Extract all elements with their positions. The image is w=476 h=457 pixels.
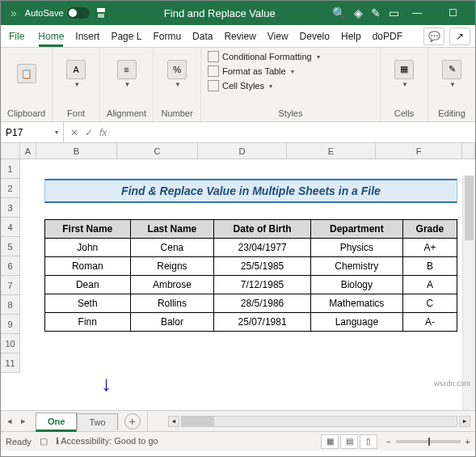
tab-view[interactable]: View [262, 25, 294, 47]
th-grade[interactable]: Grade [402, 220, 457, 239]
col-d[interactable]: D [198, 143, 287, 159]
font-button[interactable]: A▼ [59, 51, 93, 96]
nav-prev-icon[interactable]: » [6, 6, 22, 19]
cell[interactable]: 23/04/1977 [214, 239, 311, 257]
zoom-in-button[interactable]: + [465, 437, 470, 446]
col-a[interactable]: A [20, 143, 36, 159]
minimize-button[interactable]: — [399, 1, 435, 25]
row-1[interactable]: 1 [1, 159, 20, 179]
grid-cells[interactable]: Find & Replace Value in Multiple Sheets … [20, 159, 475, 410]
cell[interactable]: Balor [130, 313, 214, 332]
cell[interactable]: B [402, 257, 457, 276]
number-button[interactable]: %▼ [160, 51, 194, 96]
cell[interactable]: C [402, 294, 457, 313]
cell[interactable]: A- [402, 313, 457, 332]
fx-icon[interactable]: fx [99, 127, 107, 138]
row-11[interactable]: 11 [1, 353, 20, 373]
cell[interactable]: Biology [310, 276, 402, 294]
cell[interactable]: Dean [45, 276, 131, 294]
row-8[interactable]: 8 [1, 295, 20, 315]
tab-developer[interactable]: Develo [294, 25, 335, 47]
row-3[interactable]: 3 [1, 198, 20, 218]
cell[interactable]: Chemistry [310, 257, 402, 276]
search-icon[interactable]: 🔍 [332, 6, 346, 19]
tab-help[interactable]: Help [335, 25, 367, 47]
cell-styles-button[interactable]: Cell Styles▾ [208, 80, 373, 91]
cell[interactable]: Physics [310, 239, 402, 257]
sheet-tab-two[interactable]: Two [77, 413, 117, 430]
cancel-icon[interactable]: ✕ [70, 127, 78, 138]
file-tab[interactable]: File [1, 25, 32, 47]
cell[interactable]: Seth [45, 294, 131, 313]
col-e[interactable]: E [287, 143, 376, 159]
save-icon[interactable] [95, 6, 107, 19]
chevron-down-icon[interactable]: ▾ [55, 129, 58, 136]
tab-insert[interactable]: Insert [70, 25, 105, 47]
diamond-icon[interactable]: ◈ [354, 6, 363, 19]
toggle-off-icon[interactable] [67, 7, 90, 19]
enter-icon[interactable]: ✓ [85, 127, 93, 138]
row-10[interactable]: 10 [1, 334, 20, 353]
row-2[interactable]: 2 [1, 179, 20, 198]
tab-data[interactable]: Data [187, 25, 218, 47]
cell[interactable]: John [45, 239, 131, 257]
zoom-out-button[interactable]: − [385, 437, 390, 446]
view-layout-button[interactable]: ▤ [340, 434, 358, 449]
graphics-icon[interactable]: ✎ [371, 6, 381, 19]
tab-page-layout[interactable]: Page L [105, 25, 147, 47]
tab-formulas[interactable]: Formu [147, 25, 187, 47]
cell[interactable]: Ambrose [130, 276, 214, 294]
new-sheet-button[interactable]: + [124, 413, 141, 429]
comments-button[interactable]: 💬 [423, 28, 444, 45]
format-as-table-button[interactable]: Format as Table▾ [208, 66, 373, 77]
zoom-slider[interactable] [396, 440, 461, 443]
cell[interactable]: Roman [45, 257, 131, 276]
row-5[interactable]: 5 [1, 237, 20, 256]
select-all-corner[interactable] [1, 143, 20, 159]
col-f[interactable]: F [376, 143, 462, 159]
editing-button[interactable]: ✎▼ [435, 51, 469, 96]
cell[interactable]: 25/07/1981 [214, 313, 311, 332]
cell[interactable]: 28/5/1986 [214, 294, 311, 313]
vertical-scrollbar[interactable] [462, 176, 475, 410]
tab-nav-buttons[interactable]: ◂ ▸ [1, 416, 36, 426]
th-dob[interactable]: Date of Birth [214, 220, 311, 239]
tab-home[interactable]: Home [32, 25, 70, 47]
row-9[interactable]: 9 [1, 315, 20, 334]
scroll-thumb[interactable] [465, 176, 474, 240]
th-lastname[interactable]: Last Name [130, 220, 214, 239]
cell[interactable]: Finn [45, 313, 131, 332]
cell[interactable]: Reigns [130, 257, 214, 276]
cell[interactable]: Rollins [130, 294, 214, 313]
row-4[interactable]: 4 [1, 218, 20, 237]
cell[interactable]: Language [310, 313, 402, 332]
maximize-button[interactable]: ☐ [435, 1, 470, 25]
share-button[interactable]: ↗ [449, 28, 470, 45]
scroll-left-icon[interactable]: ◂ [168, 416, 179, 427]
col-c[interactable]: C [117, 143, 198, 159]
cell[interactable]: 7/12/1985 [214, 276, 311, 294]
row-7[interactable]: 7 [1, 276, 20, 295]
cell[interactable]: A [402, 276, 457, 294]
th-firstname[interactable]: First Name [45, 220, 131, 239]
macro-record-icon[interactable]: ▢ [40, 436, 48, 446]
scroll-right-icon[interactable]: ▸ [459, 416, 470, 427]
cell[interactable]: 25/5/1985 [214, 257, 311, 276]
scroll-track[interactable] [181, 416, 457, 427]
th-dept[interactable]: Department [310, 220, 402, 239]
zoom-control[interactable]: − + [385, 437, 470, 446]
autosave-toggle[interactable]: AutoSave [25, 7, 90, 19]
row-6[interactable]: 6 [1, 256, 20, 276]
name-box[interactable]: P17▾ [1, 122, 64, 142]
conditional-formatting-button[interactable]: Conditional Formatting▾ [208, 51, 373, 62]
view-normal-button[interactable]: ▦ [321, 434, 339, 449]
paste-button[interactable]: 📋 [10, 51, 44, 96]
cell[interactable]: Cena [130, 239, 214, 257]
horizontal-scrollbar[interactable]: ◂ ▸ [163, 416, 475, 427]
view-break-button[interactable]: ▯ [360, 434, 377, 449]
cell[interactable]: Mathematics [310, 294, 402, 313]
col-b[interactable]: B [36, 143, 117, 159]
cell[interactable]: A+ [402, 239, 457, 257]
tab-review[interactable]: Review [218, 25, 261, 47]
accessibility-status[interactable]: ℹ Accessibility: Good to go [56, 436, 158, 446]
